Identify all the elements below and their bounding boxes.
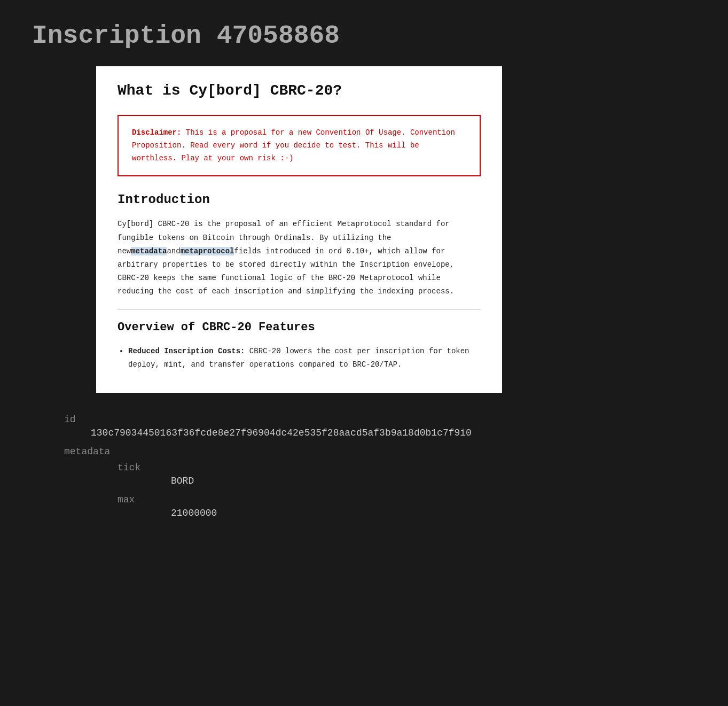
id-row: id 130c79034450163f36fcde8e27f96904dc42e…: [64, 414, 664, 438]
feature-list: Reduced Inscription Costs: CBRC-20 lower…: [118, 345, 481, 371]
nested-metadata: tick BORD max 21000000: [64, 462, 664, 518]
inscription-frame: What is Cy[bord] CBRC-20? Disclaimer: Th…: [96, 66, 502, 393]
intro-code-metaprotocol: metaprotocol: [181, 247, 234, 255]
intro-text-part2: and: [167, 247, 180, 255]
page-title: Inscription 47058868: [32, 21, 696, 50]
max-value: 21000000: [171, 508, 664, 518]
metadata-row: metadata tick BORD max 21000000: [64, 446, 664, 518]
metadata-label: metadata: [64, 446, 664, 457]
tick-label: tick: [118, 462, 664, 473]
feature-item-reduced-costs: Reduced Inscription Costs: CBRC-20 lower…: [128, 345, 481, 371]
tick-row: tick BORD: [64, 462, 664, 486]
max-label: max: [118, 494, 664, 505]
introduction-text: Cy[bord] CBRC-20 is the proposal of an e…: [118, 218, 481, 298]
overview-heading: Overview of CBRC-20 Features: [118, 321, 481, 334]
feature-label-reduced-costs: Reduced Inscription Costs:: [128, 347, 245, 355]
disclaimer-label: Disclaimer:: [132, 128, 181, 137]
tick-value: BORD: [171, 476, 664, 486]
section-divider: [118, 309, 481, 310]
id-value: 130c79034450163f36fcde8e27f96904dc42e535…: [91, 428, 664, 438]
title-prefix: Inscription: [32, 21, 217, 50]
id-label: id: [64, 414, 664, 425]
inscription-heading: What is Cy[bord] CBRC-20?: [118, 82, 481, 99]
metadata-section: id 130c79034450163f36fcde8e27f96904dc42e…: [32, 414, 696, 518]
max-row: max 21000000: [64, 494, 664, 518]
disclaimer-box: Disclaimer: This is a proposal for a new…: [118, 115, 481, 176]
page-container: Inscription 47058868 What is Cy[bord] CB…: [0, 0, 728, 548]
intro-code-metadata: metadata: [131, 247, 167, 255]
disclaimer-text: Disclaimer: This is a proposal for a new…: [132, 127, 466, 165]
introduction-heading: Introduction: [118, 192, 481, 207]
title-number: 47058868: [217, 21, 340, 50]
